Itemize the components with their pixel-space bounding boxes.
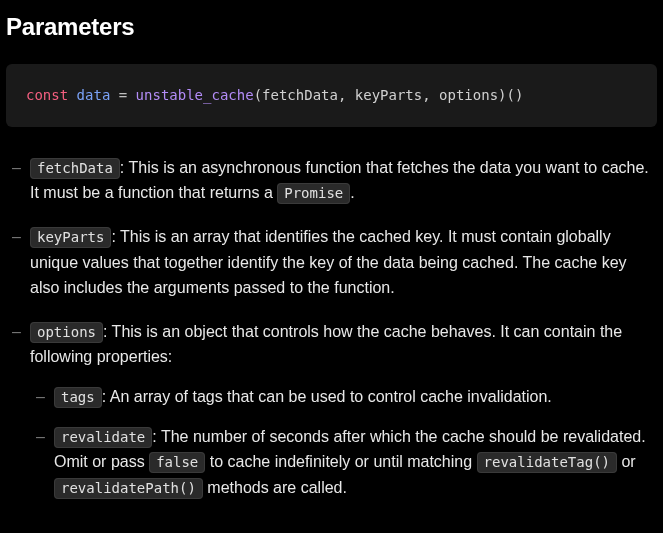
inline-code: revalidatePath() [54, 478, 203, 499]
code-op: = [110, 87, 135, 103]
param-name: revalidate [54, 427, 152, 448]
inline-code: false [149, 452, 205, 473]
code-example: const data = unstable_cache(fetchData, k… [6, 64, 657, 126]
param-desc: : This is an array that identifies the c… [30, 228, 627, 296]
code-var: data [77, 87, 111, 103]
param-desc: : This is an object that controls how th… [30, 323, 622, 366]
list-item: options: This is an object that controls… [6, 319, 657, 501]
param-name: keyParts [30, 227, 111, 248]
param-desc-tail: . [350, 184, 354, 201]
list-item: tags: An array of tags that can be used … [30, 384, 657, 410]
param-desc-mid: or [617, 453, 636, 470]
param-name: options [30, 322, 103, 343]
list-item: keyParts: This is an array that identifi… [6, 224, 657, 301]
param-desc-mid: to cache indefinitely or until matching [205, 453, 476, 470]
section-heading: Parameters [6, 8, 657, 46]
parameter-sublist: tags: An array of tags that can be used … [30, 384, 657, 500]
param-name: fetchData [30, 158, 120, 179]
param-name: tags [54, 387, 102, 408]
list-item: revalidate: The number of seconds after … [30, 424, 657, 501]
code-call: (fetchData, keyParts, options)() [254, 87, 524, 103]
param-desc-tail: methods are called. [203, 479, 347, 496]
parameter-list: fetchData: This is an asynchronous funct… [6, 155, 657, 501]
param-desc: : An array of tags that can be used to c… [102, 388, 552, 405]
inline-code: revalidateTag() [477, 452, 617, 473]
list-item: fetchData: This is an asynchronous funct… [6, 155, 657, 206]
inline-code: Promise [277, 183, 350, 204]
code-function: unstable_cache [136, 87, 254, 103]
code-keyword: const [26, 87, 68, 103]
